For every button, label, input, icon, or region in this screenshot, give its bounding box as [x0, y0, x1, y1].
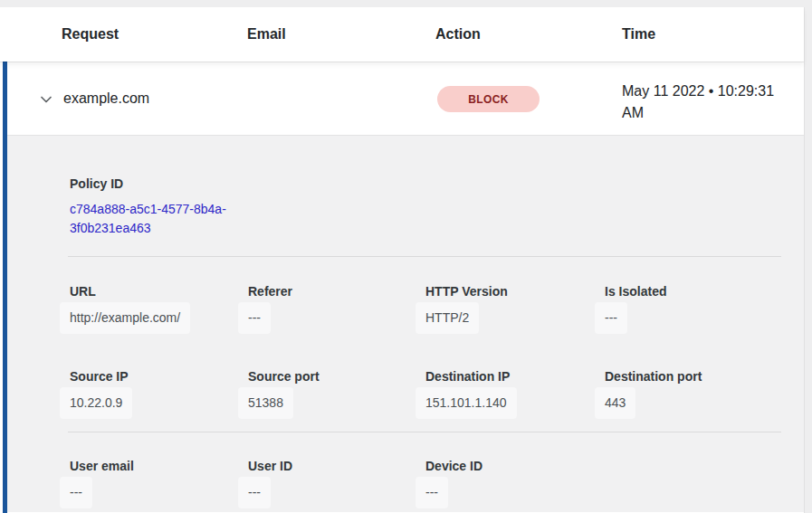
column-header-action: Action [435, 7, 481, 62]
policy-id-label: Policy ID [70, 175, 123, 194]
section-divider [68, 432, 781, 432]
field-source-ip: Source IP 10.22.0.9 [70, 367, 248, 413]
action-block-badge: BLOCK [437, 86, 540, 112]
table-header-row: Request Email Action Time [0, 7, 804, 62]
field-device-id: Device ID --- [425, 457, 605, 502]
section-divider [68, 256, 781, 257]
field-value: HTTP/2 [425, 309, 605, 328]
log-detail-panel: Policy ID c784a888-a5c1-4577-8b4a-3f0b23… [7, 136, 804, 512]
field-label: Destination IP [425, 367, 605, 386]
field-value: 443 [605, 394, 804, 413]
field-label: Destination port [605, 367, 804, 386]
policy-id-link[interactable]: c784a888-a5c1-4577-8b4a-3f0b231ea463 [70, 200, 263, 238]
field-referer: Referer --- [248, 282, 425, 328]
chevron-down-icon[interactable] [38, 91, 54, 108]
field-value: --- [248, 309, 425, 328]
field-value: --- [425, 483, 605, 502]
field-label: HTTP Version [425, 282, 605, 301]
column-header-email: Email [247, 7, 286, 62]
field-destination-port: Destination port 443 [605, 367, 804, 413]
log-row-example-com[interactable]: example.com BLOCK May 11 2022 • 10:29:31… [7, 62, 804, 136]
request-time: May 11 2022 • 10:29:31 AM [622, 81, 796, 124]
field-url: URL http://example.com/ [70, 282, 248, 328]
request-domain: example.com [63, 62, 149, 135]
field-label: Source IP [70, 367, 248, 386]
expanded-row-group: example.com BLOCK May 11 2022 • 10:29:31… [3, 62, 804, 513]
field-user-email: User email --- [70, 457, 248, 502]
column-header-request: Request [62, 7, 119, 62]
field-value: --- [605, 309, 804, 328]
field-label: Source port [248, 367, 425, 386]
field-value: --- [248, 483, 425, 502]
field-label: URL [70, 282, 248, 301]
field-destination-ip: Destination IP 151.101.1.140 [425, 367, 605, 413]
field-label: User email [70, 457, 248, 476]
field-label: Referer [248, 282, 425, 301]
request-log-table: Request Email Action Time example.com BL… [0, 7, 804, 513]
field-value: 51388 [248, 394, 425, 413]
field-user-id: User ID --- [248, 457, 425, 502]
field-value: 10.22.0.9 [70, 394, 248, 413]
detail-field-row: Source IP 10.22.0.9 Source port 51388 De… [7, 367, 804, 413]
field-value: http://example.com/ [70, 309, 248, 328]
field-label: User ID [248, 457, 425, 476]
field-is-isolated: Is Isolated --- [605, 282, 804, 328]
detail-field-row: User email --- User ID --- Device ID --- [7, 457, 804, 502]
detail-field-row: URL http://example.com/ Referer --- HTTP… [7, 282, 804, 328]
column-header-time: Time [622, 7, 655, 62]
field-http-version: HTTP Version HTTP/2 [425, 282, 605, 328]
field-label: Device ID [425, 457, 605, 476]
field-label: Is Isolated [605, 282, 804, 301]
field-value: --- [70, 483, 248, 502]
field-value: 151.101.1.140 [425, 394, 605, 413]
field-empty [605, 457, 804, 502]
field-source-port: Source port 51388 [248, 367, 425, 413]
